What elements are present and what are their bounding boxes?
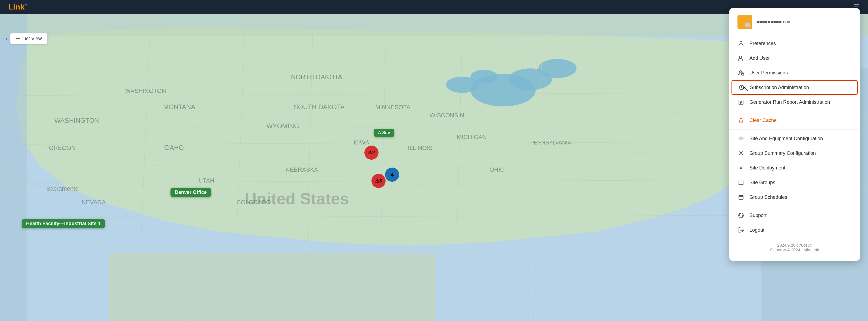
marker-denver-office[interactable]: Denver Office	[170, 188, 211, 197]
menu-item-preferences[interactable]: Preferences	[729, 36, 860, 51]
svg-point-75	[742, 215, 743, 216]
svg-rect-50	[745, 23, 750, 27]
svg-rect-48	[745, 17, 750, 22]
generator-run-report-label: Generator Run Report Administration	[749, 99, 830, 105]
menu-item-support[interactable]: Support	[729, 208, 860, 223]
svg-point-5	[538, 59, 577, 78]
marker-num-4[interactable]: 4	[385, 168, 399, 182]
svg-text:IOWA: IOWA	[353, 139, 369, 146]
menu-item-site-deployment[interactable]: Site Deployment	[729, 160, 860, 175]
svg-text:PENNSYLVANIA: PENNSYLVANIA	[530, 140, 571, 146]
menu-item-user-permissions[interactable]: User Permissions	[729, 66, 860, 80]
support-icon	[738, 212, 745, 219]
group-schedules-label: Group Schedules	[749, 194, 787, 200]
svg-text:MINNESOTA: MINNESOTA	[375, 104, 410, 110]
app-name: Link	[8, 3, 25, 11]
svg-point-63	[740, 152, 742, 154]
menu-item-group-summary-config[interactable]: Group Summary Configuration	[729, 146, 860, 160]
user-permissions-label: User Permissions	[749, 70, 788, 76]
subscription-admin-icon	[738, 84, 745, 91]
svg-text:NEBRASKA: NEBRASKA	[285, 166, 318, 173]
svg-text:NORTH DAKOTA: NORTH DAKOTA	[291, 73, 342, 81]
marker-a-site[interactable]: A Site	[374, 129, 394, 137]
svg-rect-69	[739, 195, 743, 199]
svg-text:IDAHO: IDAHO	[163, 144, 184, 151]
user-email: ■■■■■■■■■.com	[756, 19, 792, 25]
site-deployment-label: Site Deployment	[749, 165, 785, 171]
svg-rect-24	[0, 14, 27, 321]
subscription-admin-label: Subscription Administration	[750, 85, 809, 91]
menu-item-add-user[interactable]: Add User	[729, 51, 860, 66]
svg-text:WISCONSIN: WISCONSIN	[430, 112, 464, 119]
dropdown-menu-panel: ■■■■■■■■■.com Preferences Add U	[729, 8, 860, 261]
menu-item-generator-run-report[interactable]: Generator Run Report Administration	[729, 95, 860, 109]
menu-item-clear-cache[interactable]: Clear Cache	[729, 113, 860, 128]
svg-text:ILLINOIS: ILLINOIS	[408, 144, 432, 151]
group-summary-config-icon	[738, 150, 745, 157]
list-view-button[interactable]: ☰ List View	[10, 33, 48, 44]
svg-point-55	[739, 71, 742, 73]
svg-point-62	[740, 138, 742, 139]
menu-item-subscription-admin[interactable]: Subscription Administration	[732, 80, 858, 95]
support-label: Support	[749, 213, 767, 218]
menu-item-site-equipment-config[interactable]: Site And Equipment Configuration	[729, 131, 860, 146]
dropdown-header: ■■■■■■■■■.com	[729, 8, 860, 34]
map-toggle-arrow[interactable]: ▾	[5, 36, 7, 41]
svg-text:WYOMING: WYOMING	[267, 122, 299, 130]
group-summary-config-label: Group Summary Configuration	[749, 150, 816, 156]
add-user-icon	[738, 55, 745, 62]
svg-text:NEVADA: NEVADA	[82, 199, 106, 206]
dropdown-menu-list: Preferences Add User	[729, 34, 860, 240]
menu-divider-2	[729, 129, 860, 130]
marker-health-facility[interactable]: Health Facility—Industrial Site 1	[22, 219, 105, 228]
svg-text:OREGON: OREGON	[49, 144, 75, 151]
marker-num-4-wrapper: 4	[385, 168, 399, 182]
site-groups-icon	[738, 179, 745, 186]
group-schedules-icon	[738, 193, 745, 201]
preferences-label: Preferences	[749, 41, 776, 46]
svg-text:WASHINGTON: WASHINGTON	[54, 117, 99, 124]
app-logo-trademark: ™	[25, 3, 29, 8]
site-groups-label: Site Groups	[749, 180, 775, 185]
logout-label: Logout	[749, 227, 765, 233]
site-equipment-config-icon	[738, 135, 745, 142]
site-deployment-icon	[738, 164, 745, 171]
marker-alert-2[interactable]: ⚠2	[364, 146, 378, 160]
svg-text:United States: United States	[245, 189, 349, 208]
menu-item-group-schedules[interactable]: Group Schedules	[729, 190, 860, 205]
generator-run-report-icon	[738, 99, 745, 106]
app-logo[interactable]: Link™	[8, 3, 29, 11]
menu-item-site-groups[interactable]: Site Groups	[729, 175, 860, 190]
svg-point-64	[740, 167, 742, 169]
svg-text:SOUTH DAKOTA: SOUTH DAKOTA	[294, 103, 345, 110]
copyright-text: Generac © 2024 · MiraLink	[733, 247, 857, 252]
clear-cache-icon	[738, 117, 745, 124]
svg-point-74	[739, 215, 740, 216]
marker-alert-3[interactable]: ⚠3	[371, 174, 385, 188]
svg-rect-56	[742, 73, 744, 75]
svg-text:MICHIGAN: MICHIGAN	[457, 134, 487, 140]
preferences-icon	[738, 40, 745, 47]
user-permissions-icon	[738, 69, 745, 76]
svg-rect-23	[109, 253, 435, 321]
svg-text:MONTANA: MONTANA	[163, 103, 195, 110]
clear-cache-label: Clear Cache	[749, 117, 777, 123]
svg-rect-49	[740, 23, 744, 27]
svg-text:UTAH: UTAH	[198, 177, 214, 184]
svg-text:WASHINGTON: WASHINGTON	[125, 87, 166, 94]
svg-point-52	[739, 56, 742, 58]
map-controls: ▾ ☰ List View	[5, 33, 48, 44]
dropdown-footer: 2024.9.26-c76ce7c Generac © 2024 · MiraL…	[729, 240, 860, 255]
svg-rect-65	[739, 181, 743, 185]
svg-rect-47	[740, 17, 744, 22]
svg-text:OHIO: OHIO	[490, 166, 505, 173]
menu-item-logout[interactable]: Logout	[729, 223, 860, 237]
menu-divider-1	[729, 111, 860, 111]
list-view-icon: ☰	[16, 36, 20, 41]
svg-text:Sacramento: Sacramento	[46, 185, 79, 192]
site-equipment-config-label: Site And Equipment Configuration	[749, 136, 823, 142]
marker-alert-3-wrapper: ⚠3	[371, 174, 385, 188]
list-view-label: List View	[22, 36, 42, 41]
svg-point-4	[470, 70, 498, 83]
logout-icon	[738, 226, 745, 234]
